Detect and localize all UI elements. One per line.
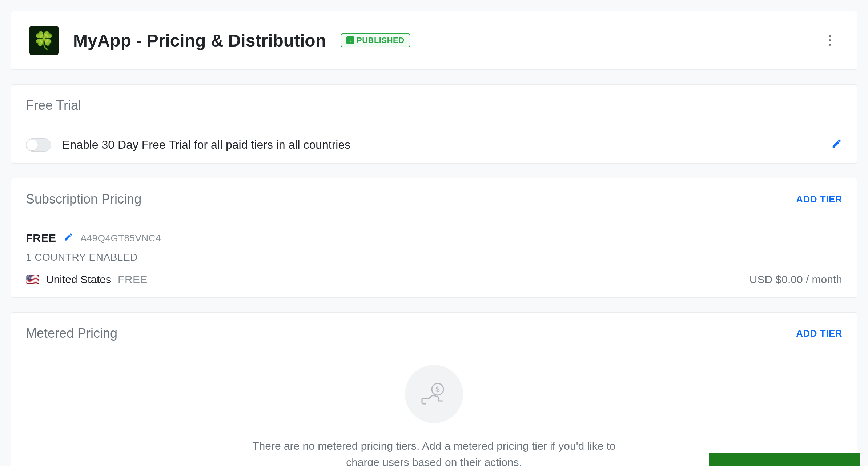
metered-pricing-title: Metered Pricing bbox=[26, 326, 117, 341]
free-trial-toggle-label: Enable 30 Day Free Trial for all paid ti… bbox=[62, 138, 350, 152]
free-trial-section: Free Trial Enable 30 Day Free Trial for … bbox=[11, 84, 857, 164]
tier-row: FREE A49Q4GT85VNC4 bbox=[26, 232, 842, 244]
more-menu-button[interactable] bbox=[821, 32, 839, 49]
country-name: United States bbox=[46, 273, 111, 286]
metered-pricing-section: Metered Pricing ADD TIER $ There are no … bbox=[11, 312, 857, 466]
status-badge-text: PUBLISHED bbox=[357, 36, 405, 45]
submit-for-review-button[interactable]: Submit for Review bbox=[709, 453, 860, 466]
svg-text:$: $ bbox=[435, 385, 439, 393]
page-title: MyApp - Pricing & Distribution bbox=[73, 31, 326, 51]
country-tier: FREE bbox=[118, 273, 148, 286]
free-trial-toggle[interactable] bbox=[26, 138, 51, 152]
free-trial-header: Free Trial bbox=[11, 85, 857, 126]
metered-empty-state: $ There are no metered pricing tiers. Ad… bbox=[11, 354, 857, 466]
country-row: 🇺🇸 United States FREE USD $0.00 / month bbox=[26, 273, 842, 286]
tier-id: A49Q4GT85VNC4 bbox=[80, 233, 161, 244]
subscription-pricing-title: Subscription Pricing bbox=[26, 192, 141, 207]
countries-enabled-label: 1 COUNTRY ENABLED bbox=[26, 252, 842, 263]
tier-name: FREE bbox=[26, 232, 56, 244]
subscription-pricing-header: Subscription Pricing ADD TIER bbox=[11, 178, 857, 220]
published-icon: ↓ bbox=[346, 36, 354, 44]
page-header: 🍀 MyApp - Pricing & Distribution ↓ PUBLI… bbox=[11, 11, 857, 70]
metered-pricing-header: Metered Pricing ADD TIER bbox=[11, 313, 857, 354]
svg-point-1 bbox=[829, 39, 831, 41]
add-subscription-tier-button[interactable]: ADD TIER bbox=[796, 194, 842, 205]
free-trial-toggle-row: Enable 30 Day Free Trial for all paid ti… bbox=[26, 138, 842, 152]
app-icon-glyph: 🍀 bbox=[33, 30, 55, 51]
svg-point-2 bbox=[829, 44, 831, 46]
status-badge: ↓ PUBLISHED bbox=[341, 33, 410, 47]
country-price: USD $0.00 / month bbox=[750, 273, 842, 286]
empty-state-icon: $ bbox=[405, 365, 463, 423]
us-flag-icon: 🇺🇸 bbox=[26, 274, 39, 285]
subscription-tier-body: FREE A49Q4GT85VNC4 1 COUNTRY ENABLED 🇺🇸 … bbox=[11, 220, 857, 297]
add-metered-tier-button[interactable]: ADD TIER bbox=[796, 328, 842, 339]
app-icon: 🍀 bbox=[29, 26, 59, 55]
empty-state-text: There are no metered pricing tiers. Add … bbox=[238, 438, 630, 466]
svg-point-0 bbox=[829, 35, 831, 37]
edit-tier-button[interactable] bbox=[64, 232, 73, 244]
free-trial-title: Free Trial bbox=[26, 98, 81, 113]
edit-free-trial-button[interactable] bbox=[831, 138, 842, 152]
subscription-pricing-section: Subscription Pricing ADD TIER FREE A49Q4… bbox=[11, 178, 857, 298]
toggle-knob bbox=[27, 140, 38, 150]
